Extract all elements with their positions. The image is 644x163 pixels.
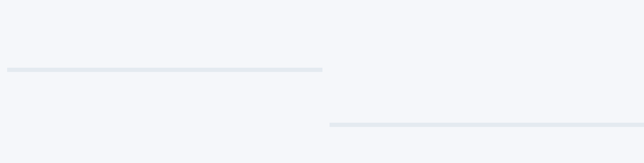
right-code-area	[330, 0, 644, 163]
right-cursor-line	[330, 123, 644, 127]
right-line-numbers	[322, 0, 330, 163]
left-cursor-line	[7, 68, 322, 72]
request-action-icons	[319, 68, 321, 72]
left-line-numbers	[0, 0, 7, 163]
response-viewer-pane[interactable]	[322, 0, 644, 163]
left-code-area[interactable]	[7, 0, 322, 163]
request-editor-pane[interactable]	[0, 0, 322, 163]
